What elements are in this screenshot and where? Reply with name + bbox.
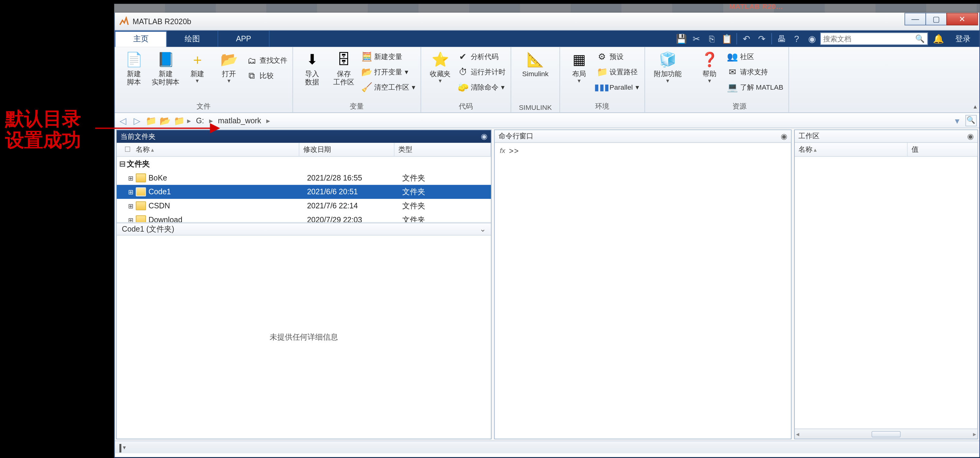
print-icon[interactable]: 🖶 [775,32,789,46]
chevron-right-icon[interactable]: ▸ [266,116,270,125]
scroll-right-icon[interactable]: ▸ [973,431,976,437]
col-type[interactable]: 类型 [395,143,491,156]
tab-home[interactable]: 主页 [115,30,167,47]
background-taskbar [115,4,980,13]
pane-menu-icon[interactable]: ◉ [781,132,787,141]
fx-icon[interactable]: fx [500,147,505,154]
open-button[interactable]: 📂 打开 ▼ [214,49,244,86]
workspace-body[interactable]: ◂ ▸ [795,157,978,439]
run-and-time-button[interactable]: ⏱运行并计时 [457,65,507,79]
collapse-icon[interactable]: ⊟ [119,160,127,168]
pane-menu-icon[interactable]: ◉ [967,132,974,141]
col-name[interactable]: ☐ 名称▴ [117,143,299,156]
back-icon[interactable]: ◁ [118,115,129,126]
search-input[interactable] [823,35,915,43]
background-window-label: MATLAB R20… [729,2,783,11]
expand-icon[interactable]: ⊞ [128,188,136,195]
paste-icon[interactable]: 📋 [720,32,734,46]
minimize-button[interactable]: — [905,13,926,26]
pane-menu-icon[interactable]: ◉ [481,132,487,141]
import-data-button[interactable]: ⬇ 导入数据 [297,49,328,94]
forward-icon[interactable]: ▷ [132,115,143,126]
file-row[interactable]: ⊞BoKe2021/2/28 16:55文件夹 [117,171,491,185]
notifications-icon[interactable]: 🔔 [929,34,948,44]
new-script-icon: 📄 [125,51,143,69]
import-icon: ⬇ [303,51,321,69]
address-search-icon[interactable]: 🔍 [965,115,977,126]
file-row[interactable]: ⊞Code12021/6/6 20:51文件夹 [117,185,491,199]
maximize-button[interactable]: ▢ [925,13,947,26]
parallel-button[interactable]: ▮▮▮Parallel ▾ [595,80,640,94]
scroll-left-icon[interactable]: ◂ [796,431,799,437]
tab-apps[interactable]: APP [218,30,270,47]
close-button[interactable]: ✕ [947,13,978,26]
more-icon[interactable]: ◉ [805,32,819,46]
open-variable-button[interactable]: 📂打开变量 ▾ [360,65,417,79]
command-prompt: >> [509,147,519,155]
details-header[interactable]: Code1 (文件夹) ⌄ [117,223,491,236]
redo-icon[interactable]: ↷ [755,32,769,46]
folder-icon [136,215,146,222]
tab-plots[interactable]: 绘图 [167,30,218,47]
chevron-down-icon: ▼ [707,78,712,84]
details-body: 未提供任何详细信息 [117,236,491,439]
search-docs[interactable]: 🔍 [820,32,928,45]
workspace-scrollbar[interactable]: ◂ ▸ [795,429,978,439]
preferences-button[interactable]: ⚙预设 [595,49,640,64]
file-row[interactable]: ⊞CSDN2021/7/6 22:14文件夹 [117,199,491,213]
undo-icon[interactable]: ↶ [740,32,754,46]
expand-icon[interactable]: ⊞ [128,174,136,182]
status-dropdown-icon[interactable]: ▾ [123,444,126,450]
new-button[interactable]: ＋ 新建 ▼ [182,49,213,86]
compare-button[interactable]: ⧉比较 [245,69,288,83]
set-path-button[interactable]: 📁设置路径 [595,65,640,79]
group-label-simulink: SIMULINK [515,102,556,111]
copy-icon[interactable]: ⎘ [705,32,719,46]
login-button[interactable]: 登录 [949,34,977,44]
ws-col-value[interactable]: 值 [908,143,977,156]
favorites-button[interactable]: ⭐ 收藏夹 ▼ [425,49,455,94]
address-dropdown-icon[interactable]: ▾ [951,115,963,126]
help-icon[interactable]: ? [789,32,803,46]
collapse-ribbon-icon[interactable]: ▴ [974,103,977,110]
col-date[interactable]: 修改日期 [299,143,395,156]
find-files-button[interactable]: 🗂查找文件 [245,53,288,67]
community-button[interactable]: 👥社区 [726,49,784,64]
new-variable-button[interactable]: 🧮新建变量 [360,49,417,64]
crumb-drive[interactable]: G: [194,116,207,125]
up-folder-icon[interactable]: 📁 [145,115,156,126]
browse-folder-icon[interactable]: 📁 [173,115,185,126]
group-label-file: 文件 [119,101,288,111]
ws-col-name[interactable]: 名称▴ [795,143,908,156]
search-icon[interactable]: 🔍 [915,34,925,43]
clear-commands-button[interactable]: 🧽清除命令 ▾ [457,80,507,94]
new-script-button[interactable]: 📄 新建脚本 [119,49,149,86]
chevron-down-icon: ▾ [412,83,415,91]
file-list[interactable]: ⊟ 文件夹 ⊞BoKe2021/2/28 16:55文件夹⊞Code12021/… [117,157,491,222]
file-row[interactable]: ⊞Download2020/7/29 22:03文件夹 [117,213,491,222]
history-folder-icon[interactable]: 📂 [159,115,170,126]
compare-icon: ⧉ [247,70,257,80]
clear-workspace-button[interactable]: 🧹清空工作区 ▾ [360,80,417,94]
learn-matlab-button[interactable]: 💻了解 MATLAB [726,80,784,94]
command-window-body[interactable]: fx >> [495,143,791,439]
expand-icon[interactable]: ⊞ [128,216,136,222]
crumb-folder[interactable]: matlab_work [215,116,264,125]
details-toggle-icon[interactable]: ⌄ [480,225,486,234]
help-button[interactable]: ❓ 帮助 ▼ [694,49,725,94]
ribbon-group-simulink: 📐 Simulink SIMULINK [511,47,560,113]
ribbon-group-code: ⭐ 收藏夹 ▼ ✔分析代码 ⏱运行并计时 🧽清除命令 ▾ 代码 [421,47,511,113]
new-live-script-button[interactable]: 📘 新建实时脚本 [150,49,181,86]
expand-icon[interactable]: ⊞ [128,202,136,209]
save-icon[interactable]: 💾 [675,32,688,46]
cut-icon[interactable]: ✂ [690,32,704,46]
file-group-row[interactable]: ⊟ 文件夹 [117,157,491,171]
ribbon-group-variable: ⬇ 导入数据 🗄 保存工作区 🧮新建变量 📂打开变量 ▾ 🧹清空工作区 ▾ 变量 [293,47,421,113]
layout-button[interactable]: ▦ 布局 ▼ [564,49,595,94]
analyze-code-button[interactable]: ✔分析代码 [457,49,507,64]
simulink-button[interactable]: 📐 Simulink [515,49,556,78]
addons-button[interactable]: 🧊 附加功能 ▼ [649,49,687,84]
scroll-thumb[interactable] [872,431,900,437]
request-support-button[interactable]: ✉请求支持 [726,65,784,79]
save-workspace-button[interactable]: 🗄 保存工作区 [329,49,359,94]
